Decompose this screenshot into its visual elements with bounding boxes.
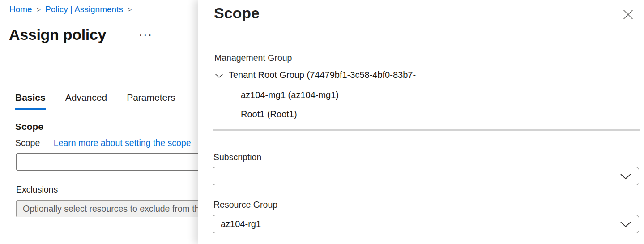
resource-group-dropdown-value: az104-rg1 — [221, 219, 261, 229]
chevron-right-icon: > — [37, 5, 41, 14]
tab-parameters[interactable]: Parameters — [127, 92, 175, 110]
section-divider — [213, 129, 640, 131]
subscription-dropdown[interactable] — [213, 167, 639, 185]
page-title: Assign policy — [9, 26, 106, 43]
tab-advanced[interactable]: Advanced — [65, 92, 107, 110]
breadcrumb-link-home[interactable]: Home — [9, 4, 32, 14]
close-icon — [623, 9, 633, 20]
subscription-label: Subscription — [213, 152, 261, 163]
tree-item-label: az104-mg1 (az104-mg1) — [241, 90, 339, 100]
tab-bar: Basics Advanced Parameters — [15, 92, 175, 110]
chevron-down-icon — [620, 221, 631, 227]
panel-title: Scope — [214, 4, 260, 22]
scope-field-label: Scope — [15, 138, 40, 148]
breadcrumb: Home > Policy | Assignments > — [9, 4, 132, 14]
scope-panel: Scope Management Group Tenant Root Group… — [198, 0, 644, 244]
tree-item-az104-mg1[interactable]: az104-mg1 (az104-mg1) — [241, 90, 339, 100]
tab-basics[interactable]: Basics — [15, 92, 46, 110]
tree-item-label: Tenant Root Group (74479bf1-3c58-4bf0-83… — [229, 70, 416, 80]
scope-section-heading: Scope — [15, 121, 43, 132]
learn-more-link[interactable]: Learn more about setting the scope — [54, 138, 191, 148]
management-group-label: Management Group — [214, 53, 292, 63]
resource-group-label: Resource Group — [213, 200, 277, 210]
chevron-down-icon — [620, 173, 631, 180]
exclusions-label: Exclusions — [16, 184, 58, 195]
tree-item-root1[interactable]: Root1 (Root1) — [241, 109, 297, 120]
scope-field-row: Scope Learn more about setting the scope — [15, 138, 191, 148]
chevron-down-icon[interactable] — [215, 72, 223, 78]
resource-group-dropdown[interactable]: az104-rg1 — [213, 215, 639, 233]
tree-item-tenant-root-group[interactable]: Tenant Root Group (74479bf1-3c58-4bf0-83… — [215, 70, 416, 80]
close-button[interactable] — [621, 7, 635, 21]
breadcrumb-link-policy-assignments[interactable]: Policy | Assignments — [45, 4, 123, 14]
tree-item-label: Root1 (Root1) — [241, 109, 297, 119]
more-actions-icon[interactable]: ··· — [139, 28, 153, 41]
chevron-right-icon: > — [128, 5, 132, 14]
